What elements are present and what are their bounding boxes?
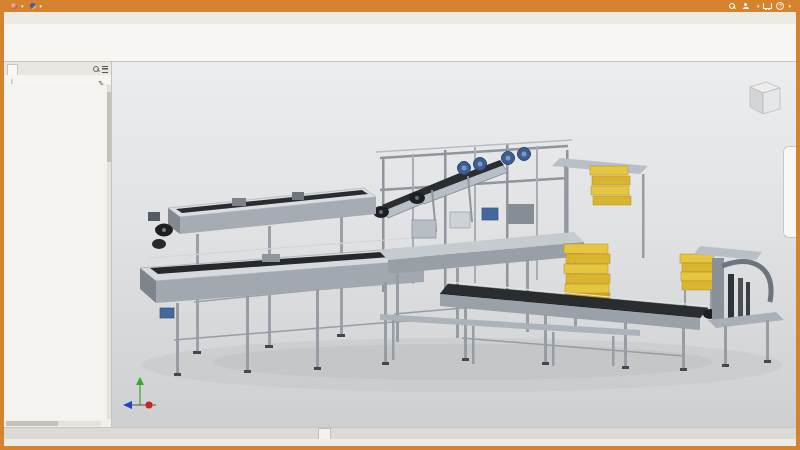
browser-menu-icon[interactable]	[102, 66, 108, 73]
material-dropdown[interactable]: ▾	[11, 3, 24, 9]
browser-header	[4, 62, 111, 75]
machine-model	[112, 62, 796, 427]
document-tab-bar	[4, 427, 796, 439]
chevron-down-icon[interactable]: ▾	[788, 3, 791, 9]
view-cube[interactable]	[738, 78, 786, 120]
browser-horizontal-scrollbar[interactable]	[6, 421, 101, 426]
mode-tab-divider: |	[11, 77, 13, 84]
appearance-dropdown[interactable]: ▾	[30, 3, 43, 9]
chevron-down-icon: ▾	[21, 3, 24, 9]
browser-vertical-scrollbar[interactable]	[107, 86, 111, 419]
quick-access-toolbar: ▾ ▾	[5, 3, 42, 9]
chevron-down-icon[interactable]: ▾	[757, 3, 760, 9]
title-bar: ▾ ▾ ▾ ? ▾	[0, 0, 800, 12]
axis-triad	[118, 369, 170, 413]
appearance-sphere-icon	[30, 3, 36, 9]
user-icon	[743, 3, 749, 9]
browser-search-icon[interactable]	[93, 66, 99, 72]
material-sphere-icon	[11, 3, 17, 9]
model-browser-panel: | ✎	[4, 62, 112, 427]
app-store-cart-icon[interactable]	[763, 3, 772, 9]
help-icon[interactable]: ?	[776, 2, 784, 10]
document-tab[interactable]	[318, 428, 331, 439]
viewport-3d[interactable]	[112, 62, 796, 427]
status-bar	[4, 439, 796, 446]
edit-pencil-icon: ✎	[98, 80, 104, 88]
inventor-window: { "titlebar": { "title": "Autodesk Inven…	[0, 0, 800, 450]
navigation-bar[interactable]	[783, 146, 796, 238]
browser-tree	[4, 85, 106, 420]
chevron-down-icon: ▾	[40, 3, 43, 9]
ribbon-tabs	[4, 12, 796, 24]
browser-tab-model[interactable]	[7, 64, 18, 75]
ribbon	[4, 24, 796, 62]
search-icon	[729, 3, 735, 9]
